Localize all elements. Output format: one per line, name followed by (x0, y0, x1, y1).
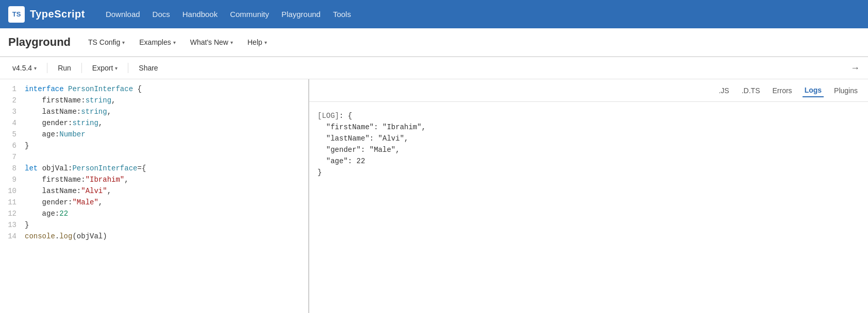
logo-area: TS TypeScript (8, 6, 85, 23)
toolbar-divider-2 (81, 63, 82, 73)
collapse-icon[interactable]: → (850, 63, 860, 74)
output-pane: .JS .D.TS Errors Logs Plugins [LOG]: { "… (309, 79, 868, 313)
line-numbers: 12345 678910 11121314 (0, 79, 21, 313)
export-dropdown-arrow: ▾ (115, 65, 118, 71)
run-button[interactable]: Run (54, 62, 75, 74)
code-area: 12345 678910 11121314 interface PersonIn… (0, 79, 308, 313)
nav-docs[interactable]: Docs (153, 10, 170, 19)
export-button[interactable]: Export ▾ (88, 62, 122, 74)
version-button[interactable]: v4.5.4 ▾ (8, 62, 41, 74)
tab-errors[interactable]: Errors (771, 84, 794, 97)
whats-new-button[interactable]: What's New ▾ (185, 35, 238, 49)
top-nav: TS TypeScript Download Docs Handbook Com… (0, 0, 868, 28)
examples-button[interactable]: Examples ▾ (134, 35, 180, 49)
tab-logs[interactable]: Logs (803, 84, 824, 97)
share-button[interactable]: Share (135, 62, 162, 74)
version-label: v4.5.4 (12, 64, 32, 72)
sub-nav: Playground TS Config ▾ Examples ▾ What's… (0, 28, 868, 57)
output-tabs: .JS .D.TS Errors Logs Plugins (309, 79, 868, 102)
nav-download[interactable]: Download (106, 10, 140, 19)
playground-title: Playground (8, 36, 71, 49)
app-title: TypeScript (30, 8, 85, 20)
examples-dropdown-arrow: ▾ (173, 40, 176, 45)
log-tag: [LOG] (318, 112, 339, 120)
main-content: 12345 678910 11121314 interface PersonIn… (0, 79, 868, 313)
tab-plugins[interactable]: Plugins (832, 84, 860, 97)
help-dropdown-arrow: ▾ (264, 40, 267, 45)
editor-toolbar: v4.5.4 ▾ Run Export ▾ Share → (0, 57, 868, 79)
whats-new-dropdown-arrow: ▾ (230, 40, 233, 45)
toolbar-divider-1 (47, 63, 47, 73)
editor-pane[interactable]: 12345 678910 11121314 interface PersonIn… (0, 79, 309, 313)
tab-js[interactable]: .JS (716, 84, 731, 97)
toolbar-divider-3 (128, 63, 128, 73)
nav-playground[interactable]: Playground (281, 10, 321, 19)
output-content: [LOG]: { "firstName": "Ibrahim", "lastNa… (309, 102, 868, 313)
ts-logo: TS (8, 6, 25, 23)
nav-community[interactable]: Community (230, 10, 269, 19)
ts-config-dropdown-arrow: ▾ (122, 40, 125, 45)
ts-config-button[interactable]: TS Config ▾ (83, 35, 130, 49)
nav-tools[interactable]: Tools (333, 10, 351, 19)
nav-handbook[interactable]: Handbook (182, 10, 218, 19)
help-button[interactable]: Help ▾ (242, 35, 272, 49)
version-dropdown-arrow: ▾ (34, 65, 37, 71)
code-text: interface PersonInterface { firstName:st… (21, 79, 150, 313)
tab-dts[interactable]: .D.TS (740, 84, 762, 97)
